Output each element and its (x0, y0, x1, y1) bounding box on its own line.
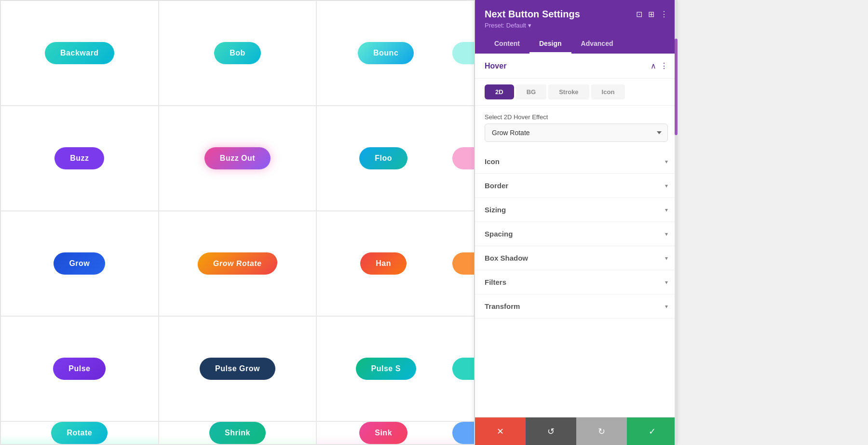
accordion-spacing-header[interactable]: Spacing ▾ (475, 222, 678, 246)
cell-pulse-grow: Pulse Grow (159, 316, 317, 421)
accordion-sizing-header[interactable]: Sizing ▾ (475, 198, 678, 222)
cell-sink: Sink (316, 421, 475, 445)
buzz-button[interactable]: Buzz (54, 147, 104, 169)
panel-title-row: Next Button Settings ⊡ ⊞ ⋮ (485, 9, 668, 20)
panel-title: Next Button Settings (485, 9, 580, 20)
accordion-spacing: Spacing ▾ (475, 222, 678, 246)
cell-buzz-out: Buzz Out (159, 106, 317, 211)
accordion-icon-title: Icon (485, 157, 500, 166)
accordion-transform-header[interactable]: Transform ▾ (475, 294, 678, 318)
more-section-icon[interactable]: ⋮ (660, 61, 668, 70)
accordion-transform-title: Transform (485, 302, 520, 310)
hang-button[interactable]: Han (360, 252, 407, 275)
section-actions: ∧ ⋮ (651, 61, 668, 70)
tab-advanced[interactable]: Advanced (571, 35, 623, 54)
bob-button[interactable]: Bob (214, 42, 261, 64)
hover-tab-icon[interactable]: Icon (591, 84, 625, 99)
accordion-transform: Transform ▾ (475, 294, 678, 319)
cell-pulse: Pulse (0, 316, 159, 421)
cell-shrink: Shrink (159, 421, 317, 445)
hover-tab-bg[interactable]: BG (516, 84, 547, 99)
accordion-box-shadow: Box Shadow ▾ (475, 246, 678, 270)
accordion-sizing-arrow: ▾ (665, 207, 668, 213)
backward-button[interactable]: Backward (45, 42, 114, 64)
accordion-border-arrow: ▾ (665, 182, 668, 189)
hover-tabs: 2D BG Stroke Icon (475, 79, 678, 106)
save-button[interactable]: ✓ (627, 417, 678, 445)
cell-grow: Grow (0, 211, 159, 316)
cell-rotate: Rotate (0, 421, 159, 445)
panel-header: Next Button Settings ⊡ ⊞ ⋮ Preset: Defau… (475, 0, 678, 54)
pulse-grow-button[interactable]: Pulse Grow (200, 358, 275, 380)
pulse-s-button[interactable]: Pulse S (356, 358, 416, 380)
accordion-spacing-arrow: ▾ (665, 231, 668, 237)
tab-content[interactable]: Content (485, 35, 529, 54)
pulse-button[interactable]: Pulse (53, 358, 106, 380)
accordion-filters-header[interactable]: Filters ▾ (475, 270, 678, 294)
shrink-button[interactable]: Shrink (209, 422, 266, 444)
screenshot-icon[interactable]: ⊡ (636, 10, 642, 19)
panel-body: Hover ∧ ⋮ 2D BG Stroke Icon Select 2D Ho… (475, 54, 678, 417)
cell-backward: Backward (0, 0, 159, 106)
cell-grow-rotate: Grow Rotate (159, 211, 317, 316)
reset-light-button[interactable]: ↻ (576, 417, 627, 445)
select-label: Select 2D Hover Effect (475, 106, 678, 124)
panel-tabs: Content Design Advanced (485, 35, 668, 54)
panel-header-icons: ⊡ ⊞ ⋮ (636, 10, 668, 19)
button-grid: Backward Bob Bounc Buzz Buzz Out Floo Gr… (0, 0, 475, 445)
grow-button[interactable]: Grow (54, 252, 105, 275)
cell-pulse-s: Pulse S (316, 316, 475, 421)
settings-panel: Next Button Settings ⊡ ⊞ ⋮ Preset: Defau… (475, 0, 678, 445)
accordion-box-shadow-title: Box Shadow (485, 254, 528, 262)
accordion-icon-arrow: ▾ (665, 158, 668, 165)
cell-bounce: Bounc (316, 0, 475, 106)
accordion-spacing-title: Spacing (485, 230, 513, 238)
accordion-filters: Filters ▾ (475, 270, 678, 294)
flood-button[interactable]: Floo (359, 147, 407, 169)
panel-footer: ✕ ↺ ↻ ✓ (475, 417, 678, 445)
scrollbar-thumb[interactable] (675, 39, 678, 135)
reset-dark-button[interactable]: ↺ (526, 417, 576, 445)
sink-button[interactable]: Sink (359, 422, 407, 444)
accordion-box-shadow-header[interactable]: Box Shadow ▾ (475, 246, 678, 270)
accordion-icon: Icon ▾ (475, 150, 678, 174)
hover-section-title: Hover (485, 62, 506, 70)
accordion-sizing-title: Sizing (485, 206, 506, 214)
bounce-button[interactable]: Bounc (358, 42, 414, 64)
cell-hang: Han (316, 211, 475, 316)
select-wrapper: Grow Rotate Grow Shrink Pulse Rotate Bob… (475, 124, 678, 150)
accordion-icon-header[interactable]: Icon ▾ (475, 150, 678, 173)
hover-tab-2d[interactable]: 2D (485, 84, 514, 99)
cell-buzz: Buzz (0, 106, 159, 211)
more-icon[interactable]: ⋮ (660, 10, 668, 19)
buzz-out-button[interactable]: Buzz Out (204, 147, 271, 169)
grow-rotate-button[interactable]: Grow Rotate (197, 252, 278, 275)
accordion-filters-arrow: ▾ (665, 279, 668, 286)
cancel-button[interactable]: ✕ (475, 417, 526, 445)
accordion-border-title: Border (485, 181, 508, 190)
accordion-sizing: Sizing ▾ (475, 198, 678, 222)
accordion-filters-title: Filters (485, 278, 506, 286)
columns-icon[interactable]: ⊞ (648, 10, 654, 19)
tab-design[interactable]: Design (529, 35, 571, 54)
accordion-border-header[interactable]: Border ▾ (475, 174, 678, 197)
hover-tab-stroke[interactable]: Stroke (548, 84, 589, 99)
accordion-transform-arrow: ▾ (665, 303, 668, 310)
accordion-box-shadow-arrow: ▾ (665, 255, 668, 262)
cell-bob: Bob (159, 0, 317, 106)
panel-preset[interactable]: Preset: Default ▾ (485, 22, 668, 29)
scrollbar-track (675, 0, 678, 445)
accordion-border: Border ▾ (475, 174, 678, 198)
rotate-button[interactable]: Rotate (51, 422, 108, 444)
cell-flood: Floo (316, 106, 475, 211)
hover-effect-select[interactable]: Grow Rotate Grow Shrink Pulse Rotate Bob… (485, 124, 668, 142)
collapse-icon[interactable]: ∧ (651, 61, 656, 70)
hover-section-header: Hover ∧ ⋮ (475, 54, 678, 79)
